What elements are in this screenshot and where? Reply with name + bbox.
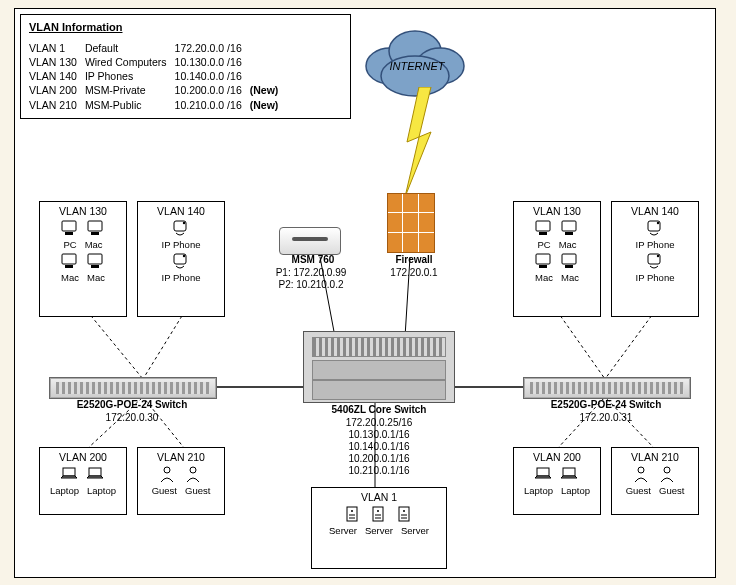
box-title: VLAN 200 <box>40 451 126 463</box>
right-vlan200-box: VLAN 200 LaptopLaptop <box>513 447 601 515</box>
core-ip-3: 10.200.0.1/16 <box>299 453 459 464</box>
msm-controller-icon <box>279 227 341 255</box>
pc-icon <box>60 219 80 239</box>
person-icon <box>658 465 678 485</box>
left-vlan210-box: VLAN 210 GuestGuest <box>137 447 225 515</box>
lightning-icon <box>401 87 437 201</box>
left-vlan130-box: VLAN 130 PCMac MacMac <box>39 201 127 317</box>
laptop-icon <box>86 465 106 485</box>
box-title: VLAN 140 <box>612 205 698 217</box>
person-icon <box>632 465 652 485</box>
laptop-icon <box>560 465 580 485</box>
box-title: VLAN 210 <box>138 451 224 463</box>
right-edge-switch-icon <box>523 377 691 399</box>
left-switch-name: E2520G-POE-24 Switch <box>47 399 217 410</box>
left-switch-ip: 172.20.0.30 <box>47 412 217 423</box>
box-title: VLAN 210 <box>612 451 698 463</box>
box-title: VLAN 130 <box>514 205 600 217</box>
core-ip-4: 10.210.0.1/16 <box>299 465 459 476</box>
box-title: VLAN 140 <box>138 205 224 217</box>
box-title: VLAN 1 <box>312 491 446 503</box>
right-switch-ip: 172.20.0.31 <box>521 412 691 423</box>
pc-icon <box>534 252 554 272</box>
phone-icon <box>171 252 191 272</box>
msm-p1: P1: 172.20.0.99 <box>261 267 361 278</box>
laptop-icon <box>60 465 80 485</box>
svg-marker-17 <box>405 87 431 197</box>
svg-line-5 <box>605 311 655 379</box>
svg-line-1 <box>143 311 185 379</box>
server-icon <box>343 505 363 525</box>
left-vlan200-box: VLAN 200 LaptopLaptop <box>39 447 127 515</box>
vlan-info-table: VLAN 1Default172.20.0.0 /16 VLAN 130Wire… <box>29 41 286 112</box>
server-icon <box>369 505 389 525</box>
vlan-info-title: VLAN Information <box>29 20 342 35</box>
msm-name: MSM 760 <box>273 254 353 265</box>
right-switch-name: E2520G-POE-24 Switch <box>521 399 691 410</box>
core-ip-0: 172.20.0.25/16 <box>299 417 459 428</box>
box-title: VLAN 130 <box>40 205 126 217</box>
svg-line-0 <box>87 311 143 379</box>
core-switch-icon <box>303 331 455 403</box>
msm-p2: P2: 10.210.0.2 <box>261 279 361 290</box>
pc-icon <box>60 252 80 272</box>
core-ip-2: 10.140.0.1/16 <box>299 441 459 452</box>
pc-icon <box>560 252 580 272</box>
pc-icon <box>534 219 554 239</box>
firewall-ip: 172.20.0.1 <box>379 267 449 278</box>
firewall-icon <box>387 193 435 253</box>
core-ip-1: 10.130.0.1/16 <box>299 429 459 440</box>
right-vlan130-box: VLAN 130 PCMac MacMac <box>513 201 601 317</box>
phone-icon <box>645 219 665 239</box>
box-title: VLAN 200 <box>514 451 600 463</box>
pc-icon <box>560 219 580 239</box>
person-icon <box>184 465 204 485</box>
left-edge-switch-icon <box>49 377 217 399</box>
left-vlan140-box: VLAN 140 IP Phone IP Phone <box>137 201 225 317</box>
vlan-info-panel: VLAN Information VLAN 1Default172.20.0.0… <box>20 14 351 119</box>
diagram-frame: VLAN Information VLAN 1Default172.20.0.0… <box>14 8 716 578</box>
vlan1-box: VLAN 1 ServerServerServer <box>311 487 447 569</box>
right-vlan140-box: VLAN 140 IP Phone IP Phone <box>611 201 699 317</box>
svg-line-4 <box>557 311 605 379</box>
laptop-icon <box>534 465 554 485</box>
internet-text: INTERNET <box>387 60 447 72</box>
person-icon <box>158 465 178 485</box>
firewall-name: Firewall <box>379 254 449 265</box>
pc-icon <box>86 252 106 272</box>
pc-icon <box>86 219 106 239</box>
phone-icon <box>645 252 665 272</box>
phone-icon <box>171 219 191 239</box>
core-switch-name: 5406ZL Core Switch <box>299 404 459 415</box>
server-icon <box>395 505 415 525</box>
right-vlan210-box: VLAN 210 GuestGuest <box>611 447 699 515</box>
